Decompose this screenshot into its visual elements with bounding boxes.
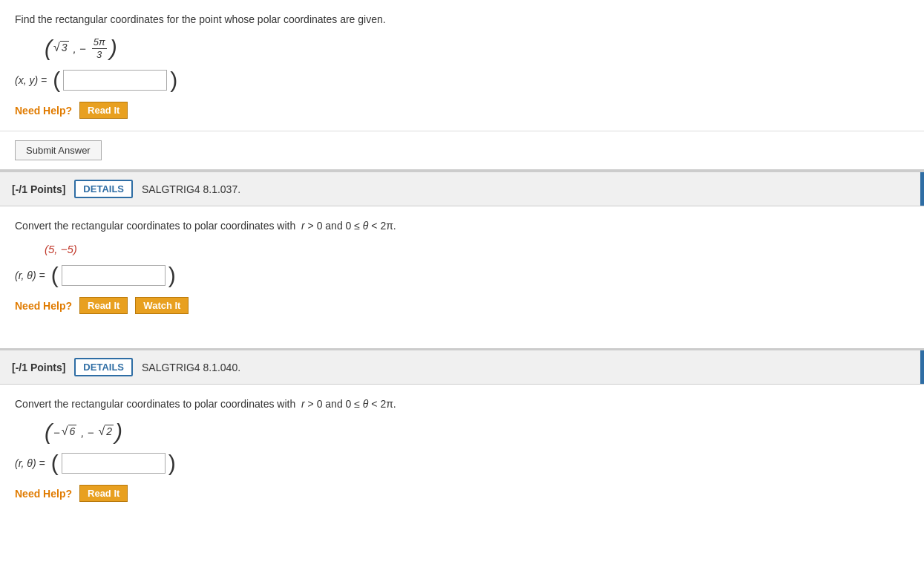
question2-section: Convert the rectangular coordinates to p…: [0, 206, 924, 326]
close-paren: ): [110, 37, 117, 59]
question2-answer-label: (r, θ) =: [15, 269, 45, 281]
question2-answer-row: (r, θ) = ( ): [15, 264, 909, 287]
question1-answer-input[interactable]: [63, 70, 167, 91]
question3-read-it-button[interactable]: Read It: [79, 485, 128, 502]
question3-points: [-/1 Points]: [12, 362, 65, 373]
question1-answer-row: (x, y) = ( ): [15, 69, 909, 91]
question3-answer-input[interactable]: [62, 453, 166, 474]
close-paren-q3: ): [115, 421, 122, 443]
sqrt3: √3: [53, 41, 69, 56]
question1-need-help-label: Need Help?: [15, 105, 72, 117]
question2-need-help-label: Need Help?: [15, 300, 72, 312]
question2-given: (5, −5): [45, 243, 909, 255]
question2-problem-id: SALGTRIG4 8.1.037.: [142, 183, 240, 195]
open-paren-q3: (: [45, 421, 52, 443]
question1-help-row: Need Help? Read It: [15, 102, 909, 119]
question3-section: Convert the rectangular coordinates to p…: [0, 385, 924, 514]
question3-given-coords: ( − √6 , − √2 ): [45, 421, 909, 443]
question3-problem-id: SALGTRIG4 8.1.040.: [142, 362, 240, 373]
spacer1: [0, 326, 924, 348]
question1-answer-label: (x, y) =: [15, 74, 47, 86]
question3-instruction: Convert the rectangular coordinates to p…: [15, 396, 909, 412]
sqrt2: √2: [98, 425, 114, 440]
open-paren-answer: (: [53, 69, 60, 91]
close-paren-answer: ): [170, 69, 177, 91]
question1-instruction: Find the rectangular coordinates for the…: [15, 12, 909, 27]
sqrt6: √6: [62, 425, 77, 440]
question2-points: [-/1 Points]: [12, 183, 65, 195]
question3-header: [-/1 Points] DETAILS SALGTRIG4 8.1.040.: [0, 350, 924, 385]
question3-answer-label: (r, θ) =: [15, 457, 45, 469]
question2-instruction: Convert the rectangular coordinates to p…: [15, 218, 909, 234]
fraction-5pi-3: 5π 3: [92, 36, 107, 60]
close-paren-q3-ans: ): [168, 452, 176, 474]
submit-answer-button[interactable]: Submit Answer: [15, 140, 102, 160]
question2-read-it-button[interactable]: Read It: [79, 297, 128, 314]
question2-help-row: Need Help? Read It Watch It: [15, 297, 909, 314]
close-paren-q2: ): [168, 264, 176, 287]
open-paren-q3-ans: (: [51, 452, 59, 474]
open-paren-q2: (: [51, 264, 59, 287]
question2-details-badge: DETAILS: [74, 180, 133, 198]
question1-given-coords: ( √3 , − 5π 3 ): [45, 36, 909, 60]
question1-section: Find the rectangular coordinates for the…: [0, 0, 924, 131]
submit-section: Submit Answer: [0, 131, 924, 170]
question3-details-badge: DETAILS: [74, 358, 133, 376]
question2-answer-input[interactable]: [62, 265, 166, 286]
question3-answer-row: (r, θ) = ( ): [15, 452, 909, 474]
question3-help-row: Need Help? Read It: [15, 485, 909, 502]
question1-read-it-button[interactable]: Read It: [79, 102, 128, 119]
question3-need-help-label: Need Help?: [15, 488, 72, 500]
open-paren: (: [45, 37, 52, 59]
question2-header: [-/1 Points] DETAILS SALGTRIG4 8.1.037.: [0, 171, 924, 206]
question2-watch-it-button[interactable]: Watch It: [135, 297, 189, 314]
